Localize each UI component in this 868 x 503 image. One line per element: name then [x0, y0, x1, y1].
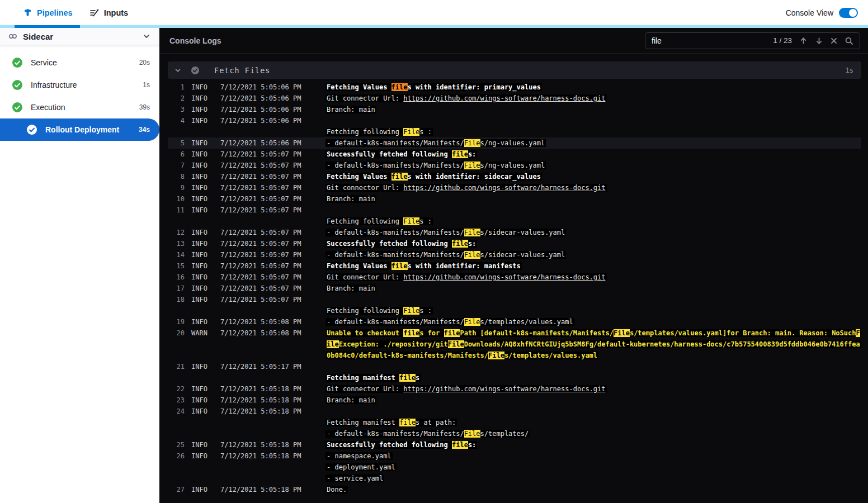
- next-match-icon[interactable]: [815, 36, 823, 45]
- log-row[interactable]: 8INFO7/12/2021 5:05:07 PMFetching Values…: [168, 171, 861, 182]
- line-number: 7: [168, 160, 185, 171]
- log-row[interactable]: 4INFO7/12/2021 5:05:06 PM: [168, 115, 861, 126]
- step-duration: 1s: [143, 81, 150, 89]
- log-row[interactable]: 7INFO7/12/2021 5:05:07 PM- default-k8s-m…: [168, 160, 861, 171]
- log-row[interactable]: - deployment.yaml: [168, 462, 861, 473]
- search-input[interactable]: [652, 36, 766, 45]
- log-message: - default-k8s-manifests/Manifests/Files/…: [326, 160, 861, 171]
- log-row[interactable]: Fetching following Files :: [168, 216, 861, 227]
- close-search-icon[interactable]: [831, 37, 837, 44]
- log-row[interactable]: 12INFO7/12/2021 5:05:07 PM- default-k8s-…: [168, 227, 861, 238]
- step-label: Execution: [31, 103, 65, 112]
- sidebar-step-infrastructure[interactable]: Infrastructure1s: [0, 74, 159, 96]
- log-row[interactable]: 20WARN7/12/2021 5:05:08 PMUnable to chec…: [168, 328, 861, 339]
- log-message: Fetching manifest files: [326, 372, 861, 383]
- log-row[interactable]: Fetching following Files :: [168, 126, 861, 137]
- log-row[interactable]: Fetching following Files :: [168, 305, 861, 316]
- collapse-chevron-icon[interactable]: [174, 67, 182, 74]
- log-row[interactable]: 22INFO7/12/2021 5:05:18 PMGit connector …: [168, 383, 861, 395]
- log-row[interactable]: 25INFO7/12/2021 5:05:18 PMSuccessfully f…: [168, 439, 861, 450]
- stage-header[interactable]: Sidecar: [0, 28, 159, 45]
- step-label: Infrastructure: [31, 80, 77, 89]
- log-level: [191, 462, 214, 473]
- sidebar-step-service[interactable]: Service20s: [0, 51, 159, 74]
- log-row[interactable]: Fetching manifest files at path:: [168, 417, 861, 428]
- log-message: Git connector Url: https://github.com/wi…: [326, 272, 861, 283]
- log-level: INFO: [191, 193, 214, 205]
- log-link[interactable]: https://github.com/wings-software/harnes…: [403, 184, 605, 192]
- log-row[interactable]: 9INFO7/12/2021 5:05:07 PMGit connector U…: [168, 182, 861, 193]
- sidebar-step-execution[interactable]: Execution39s: [0, 96, 159, 118]
- chevron-down-icon[interactable]: [142, 32, 151, 41]
- console-view-toggle[interactable]: [839, 8, 858, 18]
- log-message: [326, 361, 861, 372]
- log-message: Successfully fetched following files:: [326, 149, 861, 160]
- pipelines-icon: [23, 8, 32, 17]
- log-level: INFO: [191, 182, 214, 193]
- log-row[interactable]: 11INFO7/12/2021 5:05:07 PM: [168, 205, 861, 216]
- log-row[interactable]: 5INFO7/12/2021 5:05:06 PM- default-k8s-m…: [168, 137, 861, 149]
- search-icon[interactable]: [845, 36, 853, 45]
- success-check-icon: [12, 102, 22, 112]
- tab-inputs[interactable]: Inputs: [81, 0, 137, 25]
- log-row[interactable]: - default-k8s-manifests/Manifests/Files/…: [168, 428, 861, 439]
- inputs-icon: [89, 8, 99, 17]
- log-message: Branch: main: [326, 395, 861, 406]
- log-row[interactable]: 15INFO7/12/2021 5:05:07 PMFetching Value…: [168, 260, 861, 272]
- log-timestamp: 7/12/2021 5:05:07 PM: [220, 182, 319, 193]
- success-check-icon: [12, 58, 22, 68]
- log-row[interactable]: 18INFO7/12/2021 5:05:07 PM: [168, 294, 861, 305]
- stage-name: Sidecar: [23, 32, 53, 41]
- log-row[interactable]: 3INFO7/12/2021 5:05:06 PMBranch: main: [168, 104, 861, 115]
- log-level: INFO: [191, 238, 214, 249]
- log-row[interactable]: 21INFO7/12/2021 5:05:17 PM: [168, 361, 861, 372]
- log-row[interactable]: 26INFO7/12/2021 5:05:18 PM- namespace.ya…: [168, 450, 861, 462]
- log-row[interactable]: 16INFO7/12/2021 5:05:07 PMGit connector …: [168, 272, 861, 283]
- log-level: INFO: [191, 260, 214, 272]
- log-row[interactable]: 6INFO7/12/2021 5:05:07 PMSuccessfully fe…: [168, 149, 861, 160]
- toggle-knob: [849, 9, 857, 17]
- log-row[interactable]: - service.yaml: [168, 473, 861, 484]
- sidebar-step-rollout-deployment[interactable]: Rollout Deployment34s: [0, 118, 159, 141]
- log-row[interactable]: Fetching manifest files: [168, 372, 861, 383]
- log-row[interactable]: 19INFO7/12/2021 5:05:08 PM- default-k8s-…: [168, 316, 861, 328]
- success-check-icon: [12, 80, 22, 90]
- log-row[interactable]: 10INFO7/12/2021 5:05:07 PMBranch: main: [168, 193, 861, 205]
- log-timestamp: 7/12/2021 5:05:18 PM: [220, 439, 319, 450]
- previous-match-icon[interactable]: [799, 36, 808, 45]
- line-number: 19: [168, 316, 185, 328]
- line-number: [168, 417, 185, 428]
- log-row[interactable]: 0b084c0/default-k8s-manifests/Manifests/…: [168, 350, 861, 361]
- log-timestamp: 7/12/2021 5:05:18 PM: [220, 383, 319, 395]
- log-timestamp: 7/12/2021 5:05:07 PM: [220, 160, 319, 171]
- log-row[interactable]: ileException: ./repository/gitFileDownlo…: [168, 339, 861, 350]
- log-link[interactable]: https://github.com/wings-software/harnes…: [403, 385, 605, 393]
- log-row[interactable]: 17INFO7/12/2021 5:05:07 PMBranch: main: [168, 283, 861, 294]
- line-number: [168, 372, 185, 383]
- log-lines: 1INFO7/12/2021 5:05:06 PMFetching Values…: [168, 79, 861, 495]
- log-row[interactable]: 27INFO7/12/2021 5:05:18 PMDone.: [168, 484, 861, 495]
- log-level: INFO: [191, 283, 214, 294]
- log-row[interactable]: 14INFO7/12/2021 5:05:07 PM- default-k8s-…: [168, 249, 861, 260]
- log-timestamp: 7/12/2021 5:05:06 PM: [220, 82, 319, 93]
- log-message: Git connector Url: https://github.com/wi…: [326, 93, 861, 104]
- log-row[interactable]: 13INFO7/12/2021 5:05:07 PMSuccessfully f…: [168, 238, 861, 249]
- log-timestamp: 7/12/2021 5:05:17 PM: [220, 361, 319, 372]
- log-timestamp: 7/12/2021 5:05:07 PM: [220, 272, 319, 283]
- log-section-header[interactable]: Fetch Files 1s: [168, 61, 861, 79]
- log-link[interactable]: https://github.com/wings-software/harnes…: [403, 94, 605, 102]
- console-header: Console Logs 1 / 23: [159, 28, 868, 54]
- log-timestamp: 7/12/2021 5:05:07 PM: [220, 205, 319, 216]
- tab-pipelines[interactable]: Pipelines: [15, 0, 81, 25]
- log-timestamp: 7/12/2021 5:05:07 PM: [220, 227, 319, 238]
- log-row[interactable]: 2INFO7/12/2021 5:05:06 PMGit connector U…: [168, 93, 861, 104]
- log-level: INFO: [191, 272, 214, 283]
- log-link[interactable]: https://github.com/wings-software/harnes…: [403, 273, 605, 281]
- log-row[interactable]: 24INFO7/12/2021 5:05:18 PM: [168, 406, 861, 417]
- log-message: - default-k8s-manifests/Manifests/Files/…: [326, 137, 861, 149]
- console-view-label: Console View: [786, 8, 833, 17]
- log-row[interactable]: 23INFO7/12/2021 5:05:18 PMBranch: main: [168, 395, 861, 406]
- log-row[interactable]: 1INFO7/12/2021 5:05:06 PMFetching Values…: [168, 82, 861, 93]
- line-number: 16: [168, 272, 185, 283]
- log-message: Successfully fetched following files:: [326, 439, 861, 450]
